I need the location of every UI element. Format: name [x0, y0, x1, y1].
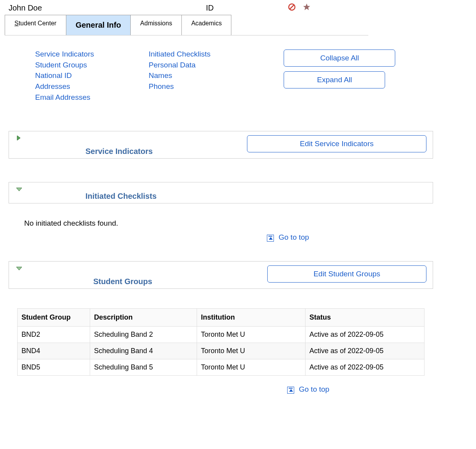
cell: BND2 — [18, 327, 90, 343]
svg-marker-2 — [303, 4, 310, 10]
cell: Active as of 2022-09-05 — [305, 327, 424, 343]
go-to-top-icon[interactable] — [287, 387, 294, 394]
collapse-all-button[interactable]: Collapse All — [284, 49, 395, 67]
section-title: Student Groups — [93, 277, 152, 286]
col-student-group: Student Group — [18, 309, 90, 327]
tab-general-info[interactable]: General Info — [66, 15, 131, 35]
go-to-top-link[interactable]: Go to top — [279, 233, 309, 242]
cell: Scheduling Band 5 — [90, 359, 197, 376]
expand-down-icon[interactable] — [16, 265, 22, 272]
link-column-2: Initiated Checklists Personal Data Names… — [149, 49, 210, 102]
tab-label: tudent Center — [19, 20, 57, 27]
cell: BND5 — [18, 359, 90, 376]
link-student-groups[interactable]: Student Groups — [35, 60, 94, 70]
table-row: BND5 Scheduling Band 5 Toronto Met U Act… — [18, 359, 424, 376]
cell: Toronto Met U — [197, 343, 305, 359]
go-to-top-icon[interactable] — [267, 235, 274, 242]
cell: Scheduling Band 4 — [90, 343, 197, 359]
table-row: BND4 Scheduling Band 4 Toronto Met U Act… — [18, 343, 424, 359]
link-national-id[interactable]: National ID — [35, 71, 94, 81]
section-initiated-checklists: Initiated Checklists — [9, 182, 433, 203]
link-personal-data[interactable]: Personal Data — [149, 60, 210, 70]
cell: Toronto Met U — [197, 359, 305, 376]
cell: Scheduling Band 2 — [90, 327, 197, 343]
edit-service-indicators-button[interactable]: Edit Service Indicators — [247, 135, 426, 152]
section-service-indicators: Edit Service Indicators Service Indicato… — [9, 131, 433, 159]
col-institution: Institution — [197, 309, 305, 327]
edit-student-groups-button[interactable]: Edit Student Groups — [267, 265, 426, 283]
empty-checklists-message: No initiated checklists found. — [24, 219, 476, 228]
link-initiated-checklists[interactable]: Initiated Checklists — [149, 49, 210, 59]
link-names[interactable]: Names — [149, 71, 210, 81]
col-description: Description — [90, 309, 197, 327]
svg-marker-5 — [16, 267, 22, 270]
link-phones[interactable]: Phones — [149, 82, 210, 92]
section-title: Service Indicators — [85, 147, 153, 156]
tab-bar: Student Center General Info Admissions A… — [5, 15, 368, 35]
student-groups-table: Student Group Description Institution St… — [17, 308, 424, 376]
cell: Active as of 2022-09-05 — [305, 359, 424, 376]
section-title: Initiated Checklists — [85, 192, 156, 200]
link-service-indicators[interactable]: Service Indicators — [35, 49, 94, 59]
col-status: Status — [305, 309, 424, 327]
no-entry-icon[interactable] — [288, 3, 296, 12]
section-student-groups: Edit Student Groups Student Groups — [9, 261, 433, 289]
cell: Active as of 2022-09-05 — [305, 343, 424, 359]
link-email-addresses[interactable]: Email Addresses — [35, 93, 94, 103]
link-column-1: Service Indicators Student Groups Nation… — [35, 49, 94, 102]
tab-admissions[interactable]: Admissions — [130, 15, 182, 35]
tab-academics[interactable]: Academics — [181, 15, 231, 35]
table-row: BND2 Scheduling Band 2 Toronto Met U Act… — [18, 327, 424, 343]
go-to-top-link[interactable]: Go to top — [299, 385, 329, 394]
student-name: John Doe — [9, 4, 42, 12]
svg-marker-4 — [16, 188, 22, 191]
link-addresses[interactable]: Addresses — [35, 82, 94, 92]
expand-down-icon[interactable] — [16, 186, 22, 193]
svg-line-1 — [290, 5, 294, 9]
star-icon[interactable] — [303, 3, 311, 12]
tab-prefix: S — [14, 20, 19, 27]
id-label: ID — [206, 4, 214, 12]
expand-right-icon[interactable] — [16, 135, 21, 142]
svg-marker-3 — [17, 136, 20, 140]
cell: BND4 — [18, 343, 90, 359]
cell: Toronto Met U — [197, 327, 305, 343]
expand-all-button[interactable]: Expand All — [284, 71, 385, 88]
tab-student-center[interactable]: Student Center — [5, 15, 66, 35]
